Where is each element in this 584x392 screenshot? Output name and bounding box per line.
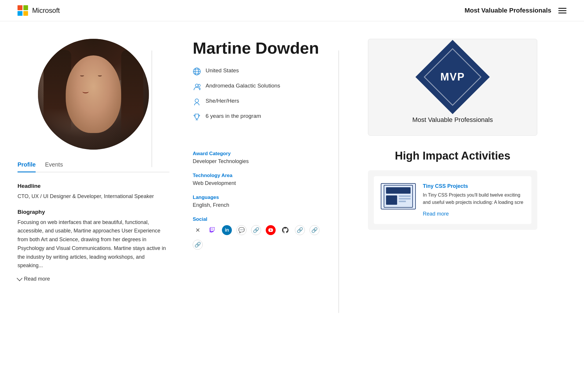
mvp-diamond-shape: MVP <box>416 40 490 114</box>
x-twitter-icon[interactable]: ✕ <box>193 225 203 235</box>
youtube-icon[interactable] <box>266 225 276 235</box>
social-field: Social ✕ in 💬 🔗 <box>193 216 333 250</box>
vertical-divider <box>152 50 152 167</box>
award-category-value: Developer Technologies <box>193 158 333 164</box>
award-category-field: Award Category Developer Technologies <box>193 151 333 164</box>
tech-area-field: Technology Area Web Development <box>193 173 333 186</box>
left-column: Profile Events Headline CTO, UX / UI Des… <box>18 39 169 282</box>
company-text: Andromeda Galactic Solutions <box>206 82 280 90</box>
profile-name: Martine Dowden <box>193 39 333 57</box>
link-icon-2[interactable]: 🔗 <box>295 225 305 235</box>
company-row: Andromeda Galactic Solutions <box>193 82 333 91</box>
tab-profile[interactable]: Profile <box>18 161 36 172</box>
activity-read-more-button[interactable]: Read more <box>423 211 449 217</box>
activity-title-link[interactable]: Tiny CSS Projects <box>423 183 524 189</box>
avatar <box>38 39 149 150</box>
headline-value: CTO, UX / UI Designer & Developer, Inter… <box>18 192 169 201</box>
link-icon-4[interactable]: 🔗 <box>193 240 203 250</box>
link-icon-3[interactable]: 🔗 <box>310 225 319 235</box>
header: Microsoft Most Valuable Professionals <box>0 0 584 21</box>
tech-area-value: Web Development <box>193 180 333 186</box>
vertical-divider-2 <box>338 50 339 313</box>
header-mvp-title: Most Valuable Professionals <box>465 7 551 14</box>
main-container: Profile Events Headline CTO, UX / UI Des… <box>0 21 555 294</box>
headline-label: Headline <box>18 183 169 189</box>
social-label: Social <box>193 216 333 222</box>
social-icons: ✕ in 💬 🔗 🔗 🔗 🔗 <box>193 225 333 250</box>
brand-name: Microsoft <box>32 6 60 15</box>
bio-text: Focusing on web interfaces that are beau… <box>18 218 169 270</box>
hamburger-menu-icon[interactable] <box>558 8 566 13</box>
header-right: Most Valuable Professionals <box>465 7 566 14</box>
github-icon[interactable] <box>280 225 290 235</box>
location-icon <box>193 67 201 76</box>
company-icon <box>193 83 201 91</box>
languages-label: Languages <box>193 195 333 200</box>
activity-thumbnail <box>381 183 416 209</box>
avatar-photo <box>38 39 149 150</box>
mvp-card-title: Most Valuable Professionals <box>380 116 525 124</box>
trophy-icon <box>193 113 201 122</box>
location-row: United States <box>193 67 333 76</box>
high-impact-title: High Impact Activities <box>368 150 537 162</box>
chevron-down-icon <box>17 276 22 281</box>
pronouns-icon <box>193 98 201 106</box>
link-icon-1[interactable]: 🔗 <box>251 225 261 235</box>
activity-card: Tiny CSS Projects In Tiny CSS Projects y… <box>368 170 537 230</box>
profile-tabs: Profile Events <box>18 161 169 172</box>
avatar-section <box>18 39 169 150</box>
pronouns-text: She/Her/Hers <box>206 97 239 105</box>
awards-section: Award Category Developer Technologies Te… <box>193 145 333 250</box>
twitch-icon[interactable] <box>207 225 217 235</box>
mvp-card: MVP Most Valuable Professionals <box>368 39 537 136</box>
years-text: 6 years in the program <box>206 112 261 120</box>
right-column: MVP Most Valuable Professionals High Imp… <box>356 39 537 282</box>
activity-content: Tiny CSS Projects In Tiny CSS Projects y… <box>423 183 524 217</box>
languages-value: English, French <box>193 202 333 208</box>
mvp-badge-text: MVP <box>440 71 465 83</box>
tab-events[interactable]: Events <box>45 161 63 172</box>
microsoft-logo-icon <box>18 5 28 16</box>
languages-field: Languages English, French <box>193 195 333 208</box>
activity-description: In Tiny CSS Projects you'll build twelve… <box>423 192 524 206</box>
pronouns-row: She/Her/Hers <box>193 97 333 106</box>
middle-column: Martine Dowden United States <box>169 39 356 282</box>
award-category-label: Award Category <box>193 151 333 157</box>
bio-label: Biography <box>18 209 169 215</box>
location-text: United States <box>206 67 239 75</box>
years-row: 6 years in the program <box>193 112 333 122</box>
svg-point-7 <box>195 99 199 102</box>
chat-bubble-icon[interactable]: 💬 <box>237 225 246 235</box>
read-more-label: Read more <box>24 276 50 282</box>
tech-area-label: Technology Area <box>193 173 333 178</box>
bio-read-more-button[interactable]: Read more <box>18 276 169 282</box>
linkedin-icon[interactable]: in <box>222 225 232 235</box>
logo-area: Microsoft <box>18 5 60 16</box>
activity-inner: Tiny CSS Projects In Tiny CSS Projects y… <box>374 176 531 224</box>
